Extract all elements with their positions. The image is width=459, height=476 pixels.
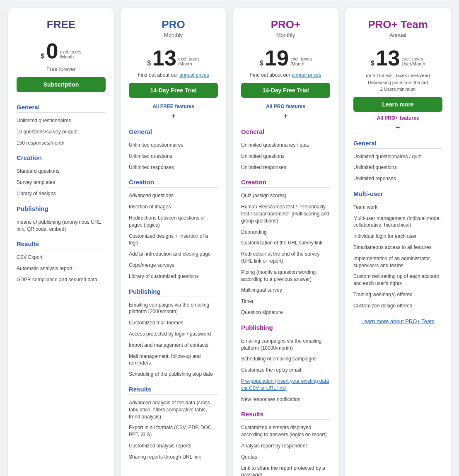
feature: Simultaneous access to all features [353, 244, 442, 251]
feature: Scheduling of emailing campaigns [241, 355, 330, 362]
plan-proteam-plus: + [353, 123, 442, 132]
feature: Customized elements displayed according … [241, 424, 330, 438]
plan-pro-section-creation: Creation [129, 179, 218, 188]
plan-proplus-all-features: All PRO features [241, 104, 330, 109]
plan-proplus-section-creation: Creation [241, 179, 330, 188]
plan-free-price-row: $ 0 excl. taxes /Month [17, 40, 106, 62]
feature: Link to share the report protected by a … [241, 465, 330, 476]
feature: Customize the replay email [241, 367, 330, 374]
feature: Customized design offered [353, 302, 442, 309]
plan-free-cta[interactable]: Subscription [17, 77, 106, 92]
plan-proteam-header: PRO+ Team Annual [353, 18, 442, 38]
pricing-grid: FREE $ 0 excl. taxes /Month Free forever… [8, 8, 451, 476]
feature: 150 responses/month [17, 140, 106, 147]
annual-link-anchor-proplus[interactable]: annual prices [292, 72, 321, 78]
feature: Unlimited reponses [353, 175, 442, 182]
plan-proplus-price-row: $ 19 excl. taxes /Month [241, 47, 330, 69]
feature: Customization of the URL survey link [241, 239, 330, 246]
plan-proplus-section-publishing: Publishing [241, 324, 330, 333]
annual-link-anchor[interactable]: annual prices [179, 72, 209, 78]
feature: Advanced questions [129, 192, 218, 199]
feature: Question signature [241, 309, 330, 316]
plan-proplus-currency: $ [259, 60, 263, 67]
feature: Pre-population (insert your existing dat… [241, 378, 330, 392]
plan-proplus-section-results: Results [241, 411, 330, 420]
feature: New responses notification [241, 396, 330, 403]
plan-pro-header: PRO Monthly [129, 18, 218, 38]
feature: Add an introduction and closing page [129, 251, 218, 258]
plan-free: FREE $ 0 excl. taxes /Month Free forever… [8, 8, 114, 476]
plan-free-amount: 0 [46, 40, 58, 62]
plan-pro-billing: Monthly [129, 32, 218, 38]
plan-pro: PRO Monthly $ 13 excl. taxes /Month Find… [121, 8, 226, 476]
plan-free-currency: $ [41, 53, 45, 60]
feature: Survey templates [17, 179, 106, 186]
feature: Unlimited questionnaires / quiz [241, 142, 330, 149]
feature: Unlimited responses [129, 164, 218, 171]
plan-proplus-header: PRO+ Monthly [241, 18, 330, 38]
plan-proteam-learn-more-link[interactable]: Learn more about PRO+ Team [353, 318, 442, 324]
plan-proteam-cta[interactable]: Learn more [353, 97, 442, 112]
plan-pro-all-features: All FREE features [129, 104, 218, 109]
plan-pro-annual-link[interactable]: Find out about our annual prices [129, 72, 218, 78]
feature: Access protected by login / password [129, 331, 218, 338]
feature: Multilingual survey [241, 287, 330, 294]
plan-pro-cta[interactable]: 14-Day Free Trial [129, 83, 218, 98]
plan-proplus-annual-link[interactable]: Find out about our annual prices [241, 72, 330, 78]
feature: Export in all formats (CSV, PDF, DOC, PP… [129, 424, 218, 438]
plan-free-section-general: General [17, 104, 106, 113]
plan-free-suffix: excl. taxes /Month [60, 49, 81, 59]
plan-proplus-amount: 19 [265, 47, 289, 69]
plan-pro-section-results: Results [129, 386, 218, 395]
feature: Unlimited questions [129, 153, 218, 160]
feature: 10 questions/survey or quiz [17, 128, 106, 135]
feature: Debranding [241, 229, 330, 236]
feature: Sharing reports through URL link [129, 454, 218, 461]
feature: Unlimited responses [241, 164, 330, 171]
feature: CSV Export [17, 254, 106, 261]
feature: Unlimited questionnaires / quiz [353, 153, 442, 160]
plan-proteam-all-features: All PRO+ features [353, 115, 442, 121]
plan-proplus-billing: Monthly [241, 32, 330, 38]
feature: Unlimited questionnaires [17, 117, 106, 124]
plan-proteam-promo: (or $ 156 excl. taxes /user/year) Decrea… [353, 72, 442, 93]
plan-proteam-suffix: excl. taxes User/Month [401, 56, 425, 66]
feature: GDPR compliance and secured data [17, 276, 106, 283]
feature: Customized setting up of each account an… [353, 273, 442, 287]
plan-proteam-currency: $ [371, 60, 374, 67]
plan-proplus-suffix: excl. taxes /Month [290, 56, 312, 66]
plan-proplus-name: PRO+ [241, 18, 330, 31]
feature: Team work [353, 204, 442, 211]
feature: Emailing campaigns via the emailing plat… [129, 302, 218, 316]
feature: Human Ressources test / Personnality tes… [241, 203, 330, 224]
feature: Unlimited questions [241, 153, 330, 160]
feature: Standard questions [17, 168, 106, 175]
plan-pro-section-general: General [129, 128, 218, 137]
plan-proplus-cta[interactable]: 14-Day Free Trial [241, 83, 330, 98]
plan-proplus-plus: + [241, 112, 330, 121]
feature: Customized designs + Insertion of a logo [129, 233, 218, 247]
plan-free-header: FREE [17, 18, 106, 31]
feature: Individual login for each user [353, 233, 442, 240]
plan-free-name: FREE [17, 18, 106, 31]
plan-proplus-section-general: General [241, 128, 330, 137]
feature: Customized mail themes [129, 319, 218, 326]
plan-proteam-billing: Annual [353, 32, 442, 38]
feature: Analysis report by respondent [241, 442, 330, 449]
feature: Timer [241, 298, 330, 305]
feature: Library of designs [17, 190, 106, 197]
plan-pro-suffix: excl. taxes /Month [178, 56, 200, 66]
feature: means of publishing (anonymous URL link,… [17, 219, 106, 233]
plan-proteam-amount: 13 [376, 47, 400, 69]
plan-pro-name: PRO [129, 18, 218, 31]
feature: Emailing campaigns via the emailing plat… [241, 338, 330, 352]
feature: Redirections between questions or pages … [129, 215, 218, 229]
feature: Unlimited questionnaires [129, 142, 218, 149]
feature: Copy/merge surveys [129, 262, 218, 269]
plan-proteam-name: PRO+ Team [353, 18, 442, 31]
feature: Customized analysis reports [129, 442, 218, 449]
feature: Import and management of contacts [129, 342, 218, 349]
plan-proteam: PRO+ Team Annual $ 13 excl. taxes User/M… [345, 8, 451, 476]
plan-pro-currency: $ [147, 60, 151, 67]
plan-free-section-creation: Creation [17, 154, 106, 163]
